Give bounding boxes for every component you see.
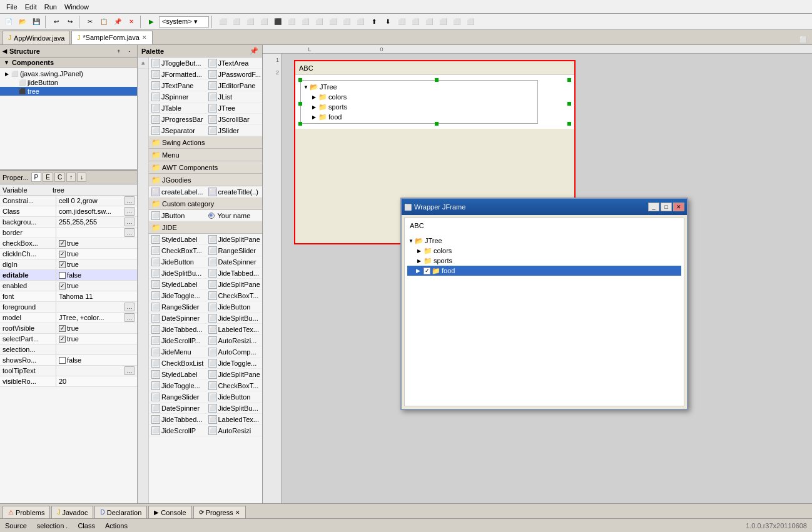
palette-jide-14[interactable]: ⬜ DateSpinner <box>149 313 206 324</box>
wrapper-maximize-btn[interactable]: □ <box>661 203 672 211</box>
handle-tl[interactable] <box>298 78 302 82</box>
cut-button[interactable]: ✂ <box>84 16 96 28</box>
palette-jide-32[interactable]: ⬜ JideTabbed... <box>149 414 206 425</box>
props-btn-model[interactable]: … <box>124 313 134 322</box>
palette-item-jbutton-custom[interactable]: ⬜ JButton <box>149 210 206 221</box>
palette-jide-7[interactable]: ⬜ JideTabbed... <box>206 268 263 279</box>
tool-6[interactable]: ⬜ <box>285 16 298 28</box>
palette-jide-20[interactable]: ⬜ JideMenu <box>149 346 206 358</box>
menu-run[interactable]: Run <box>41 2 61 12</box>
palette-jide-9[interactable]: ⬜ JideSplitPane <box>206 279 263 290</box>
palette-jide-4[interactable]: ⬜ JideButton <box>149 256 206 268</box>
palette-item-jtextpane[interactable]: ⬜ JTextPane <box>149 80 206 91</box>
palette-item-jseparator[interactable]: ⬜ JSeparator <box>149 125 206 136</box>
wrapper-close-btn[interactable]: ✕ <box>673 203 684 211</box>
tool-14[interactable]: ⬜ <box>395 16 408 28</box>
tab-problems[interactable]: ⚠ Problems <box>3 506 50 518</box>
tool-11[interactable]: ⬜ <box>354 16 367 28</box>
structure-tb-2[interactable]: - <box>124 46 134 56</box>
palette-jide-23[interactable]: ⬜ JideToggle... <box>206 358 263 369</box>
props-tab-custom[interactable]: C <box>54 173 65 182</box>
palette-jide-3[interactable]: ⬜ RangeSlider <box>206 245 263 256</box>
props-val-selectpart[interactable]: ✓true <box>56 334 137 344</box>
props-val-constrai[interactable]: cell 0 2,grow … <box>56 196 137 206</box>
tool-16[interactable]: ⬜ <box>423 16 435 28</box>
palette-cat-jgoodies[interactable]: 📁 JGoodies <box>149 174 262 186</box>
palette-jide-27[interactable]: ⬜ CheckBoxT... <box>206 380 263 391</box>
tab-javadoc[interactable]: J Javadoc <box>51 506 93 518</box>
palette-item-jpassword[interactable]: ⬜ JPasswordF... <box>206 69 263 80</box>
palette-jide-2[interactable]: ⬜ CheckBoxT... <box>149 245 206 256</box>
props-val-visiblero[interactable]: 20 <box>56 376 137 386</box>
props-val-selection[interactable] <box>56 344 137 354</box>
tool-12[interactable]: ⬆ <box>368 16 380 28</box>
handle-tr[interactable] <box>567 78 571 82</box>
checkbox-6[interactable]: ✓ <box>59 261 66 268</box>
delete-button[interactable]: ✕ <box>125 16 138 28</box>
props-btn-border[interactable]: … <box>124 228 134 237</box>
palette-jide-31[interactable]: ⬜ JideSplitBu... <box>206 403 263 414</box>
palette-item-jtable[interactable]: ⬜ JTable <box>149 103 206 114</box>
food-checkbox[interactable]: ✓ <box>424 268 430 274</box>
tree-item-jpanel[interactable]: ▶ ⬜ (javax.swing.JPanel) <box>0 69 137 78</box>
props-val-rootvisible[interactable]: ✓true <box>56 323 137 333</box>
redo-button[interactable]: ↪ <box>64 16 76 28</box>
palette-item-jlist[interactable]: ⬜ JList <box>206 91 263 103</box>
tool-8[interactable]: ⬜ <box>313 16 325 28</box>
palette-cat-jide[interactable]: 📁 JIDE <box>149 221 262 234</box>
palette-cat-custom[interactable]: 📁 Custom category <box>149 198 262 210</box>
checkbox-5[interactable]: ✓ <box>59 251 66 258</box>
palette-jide-11[interactable]: ⬜ CheckBoxT... <box>206 290 263 301</box>
tool-19[interactable]: ⬜ <box>464 16 477 28</box>
palette-jide-19[interactable]: ⬜ AutoResizi... <box>206 335 263 346</box>
tool-15[interactable]: ⬜ <box>409 16 422 28</box>
palette-item-jformatted[interactable]: ⬜ JFormatted... <box>149 69 206 80</box>
props-val-fg[interactable]: … <box>56 302 137 312</box>
palette-jide-8[interactable]: ⬜ StyledLabel <box>149 279 206 290</box>
props-val-bg[interactable]: 255,255,255 … <box>56 217 137 227</box>
tool-7[interactable]: ⬜ <box>299 16 312 28</box>
handle-mr[interactable] <box>567 102 571 106</box>
palette-jide-0[interactable]: ⬜ StyledLabel <box>149 234 206 245</box>
props-tab-properties[interactable]: P <box>31 173 42 182</box>
props-val-checkbox[interactable]: ✓true <box>56 238 137 248</box>
palette-item-jprogress[interactable]: ⬜ JProgressBar <box>149 114 206 125</box>
palette-jide-15[interactable]: ⬜ JideSplitBu... <box>206 313 263 324</box>
menu-file[interactable]: File <box>3 2 21 12</box>
run-button[interactable]: ▶ <box>145 16 158 28</box>
palette-pin-btn[interactable]: 📌 <box>250 47 258 55</box>
tab-console[interactable]: ▶ Console <box>148 506 191 518</box>
checkbox-4[interactable]: ✓ <box>59 240 66 247</box>
tree-item-tree[interactable]: ⬛ tree <box>0 87 137 96</box>
palette-item-jspinner[interactable]: ⬜ JSpinner <box>149 91 206 103</box>
props-val-tooltip[interactable]: … <box>56 366 137 376</box>
palette-item-createlabel[interactable]: ⬜ createLabel... <box>149 186 206 198</box>
structure-collapse-btn[interactable]: ◀ <box>3 48 7 54</box>
palette-jide-10[interactable]: ⬜ JideToggle... <box>149 290 206 301</box>
palette-jide-12[interactable]: ⬜ RangeSlider <box>149 301 206 313</box>
palette-jide-29[interactable]: ⬜ JideButton <box>206 391 263 403</box>
handle-bl[interactable] <box>298 122 302 126</box>
palette-jide-34[interactable]: ⬜ JideScrollP <box>149 425 206 436</box>
checkbox-7[interactable] <box>59 272 66 279</box>
palette-jide-1[interactable]: ⬜ JideSplitPane <box>206 234 263 245</box>
palette-cat-swing-actions[interactable]: 📁 Swing Actions <box>149 136 262 149</box>
palette-cat-menu[interactable]: 📁 Menu <box>149 149 262 161</box>
props-val-font[interactable]: Tahoma 11 <box>56 291 137 301</box>
tool-17[interactable]: ⬜ <box>437 16 449 28</box>
props-val-class[interactable]: com.jidesoft.sw... … <box>56 206 137 216</box>
save-button[interactable]: 💾 <box>30 16 43 28</box>
structure-tb-1[interactable]: + <box>114 46 124 56</box>
palette-jide-13[interactable]: ⬜ JideButton <box>206 301 263 313</box>
tab-progress[interactable]: ⟳ Progress ✕ <box>193 506 246 518</box>
handle-bm[interactable] <box>435 122 439 126</box>
palette-jide-6[interactable]: ⬜ JideSplitBu... <box>149 268 206 279</box>
palette-jide-25[interactable]: ⬜ JideSplitPane <box>206 369 263 380</box>
wrapper-minimize-btn[interactable]: _ <box>648 203 659 211</box>
new-button[interactable]: 📄 <box>3 16 15 28</box>
props-tab-events[interactable]: E <box>43 173 53 182</box>
handle-ml[interactable] <box>298 102 302 106</box>
palette-jide-16[interactable]: ⬜ JideTabbed... <box>149 324 206 335</box>
props-val-clickinch[interactable]: ✓true <box>56 249 137 259</box>
props-tab-up[interactable]: ↑ <box>66 173 76 182</box>
